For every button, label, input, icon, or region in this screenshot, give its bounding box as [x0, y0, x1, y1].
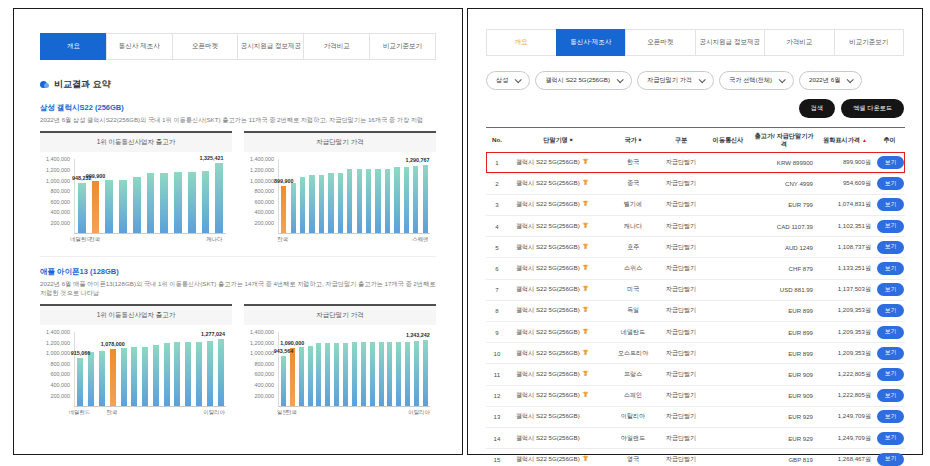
chart-title: 1위 이동통신사업자 출고가	[40, 131, 232, 152]
view-button[interactable]: 보기	[877, 326, 904, 339]
view-button[interactable]: 보기	[877, 220, 904, 233]
left-tab-5[interactable]: 가격비교	[303, 33, 370, 60]
bar	[281, 356, 286, 406]
bar-chart-iphone13-unlocked: 200,000400,000600,000800,0001,000,0001,2…	[244, 325, 436, 417]
country: 프랑스	[608, 364, 658, 385]
bar	[142, 347, 148, 407]
column-header-3[interactable]: 국가■	[608, 128, 658, 153]
trophy-icon	[582, 243, 589, 250]
carrier	[704, 216, 752, 237]
bar-column	[364, 159, 373, 233]
category-text: 자급단말기	[666, 434, 696, 441]
view-button[interactable]: 보기	[877, 347, 904, 360]
bar-column	[185, 159, 199, 233]
left-tab-6[interactable]: 비교기준보기	[369, 33, 436, 60]
bar-chart-s22-carrier: 200,000400,000600,000800,0001,000,0001,2…	[40, 152, 232, 244]
excel-download-button[interactable]: 엑셀 다운로드	[841, 99, 904, 118]
view-button[interactable]: 보기	[877, 389, 904, 402]
local-price-text: USD 881.99	[780, 286, 813, 293]
filter-dropdown-2[interactable]: 갤럭시 S22 5G(256GB)	[535, 71, 632, 90]
krw-price: 1,209,353원	[816, 343, 874, 364]
section-title: 삼성 갤럭시S22 (256GB)	[40, 103, 436, 113]
y-axis-tick: 200,000	[51, 393, 71, 399]
device-name-text: 갤럭시 S22 5G(256GB)	[516, 158, 580, 165]
krw-price-text: 1,268,467원	[838, 455, 871, 462]
country: 스위스	[608, 258, 658, 279]
plot-area: 948,232999,9001,325,421	[74, 159, 226, 234]
view-button[interactable]: 보기	[877, 410, 904, 423]
filter-square-icon[interactable]: ■	[570, 137, 573, 142]
right-tab-6[interactable]: 비교기준보기	[834, 29, 905, 56]
sort-ascending-icon[interactable]: ▲	[862, 137, 867, 143]
view-button[interactable]: 보기	[877, 283, 904, 296]
category-text: 자급단말기	[666, 370, 696, 377]
view-button[interactable]: 보기	[877, 453, 904, 466]
view-button[interactable]: 보기	[877, 262, 904, 275]
filter-square-icon[interactable]: ■	[639, 137, 642, 142]
search-button[interactable]: 검색	[799, 99, 835, 118]
carrier	[704, 152, 752, 173]
right-tab-2[interactable]: 통신사·제조사	[556, 29, 627, 56]
bar-column	[377, 332, 386, 406]
filter-dropdown-5[interactable]: 2022년 6월	[799, 71, 862, 90]
right-tab-1[interactable]: 개요	[486, 29, 557, 56]
column-header-7[interactable]: 원화표시가격▲	[816, 128, 874, 153]
y-axis-tick: 600,000	[255, 371, 275, 377]
category: 자급단말기	[658, 300, 704, 321]
filter-value: 갤럭시 S22 5G(256GB)	[545, 76, 610, 85]
right-tab-3[interactable]: 오픈마켓	[625, 29, 696, 56]
country-text: 스위스	[624, 264, 642, 271]
view-button[interactable]: 보기	[877, 156, 904, 169]
view-button[interactable]: 보기	[877, 241, 904, 254]
category: 자급단말기	[658, 385, 704, 406]
x-axis-label: 스웨덴	[412, 236, 428, 243]
carrier	[704, 385, 752, 406]
plot-area: 943,5641,090,0001,243,242	[278, 332, 430, 407]
local-price: EUR 929	[752, 427, 816, 448]
left-tab-2[interactable]: 통신사 제조사	[106, 33, 173, 60]
bar-korea-highlight	[92, 181, 100, 234]
column-header-2[interactable]: 단말기명■	[508, 128, 608, 153]
country-text: 영국	[627, 455, 639, 462]
device-name: 갤럭시 S22 5G(256GB)	[508, 343, 608, 364]
bar	[99, 351, 105, 406]
view-button[interactable]: 보기	[877, 432, 904, 445]
krw-price: 1,074,831원	[816, 194, 874, 215]
bar	[316, 343, 321, 406]
view-button[interactable]: 보기	[877, 177, 904, 190]
bar	[299, 347, 304, 406]
country: 독일	[608, 300, 658, 321]
row-number: 12	[486, 385, 508, 406]
bar-column	[102, 159, 116, 233]
right-tab-5[interactable]: 가격비교	[764, 29, 835, 56]
y-axis: 200,000400,000600,000800,0001,000,0001,2…	[42, 159, 74, 233]
right-tab-4[interactable]: 공시지원금 정보제공	[695, 29, 766, 56]
column-label: 구분	[675, 136, 687, 143]
y-axis-tick: 1,400,000	[46, 156, 70, 162]
y-axis-tick: 600,000	[255, 199, 275, 205]
local-price-text: KRW 899900	[777, 159, 813, 166]
filter-value: 2022년 6월	[809, 76, 840, 85]
y-axis: 200,000400,000600,000800,0001,000,0001,2…	[42, 332, 74, 406]
left-tab-3[interactable]: 오픈마켓	[172, 33, 239, 60]
chevron-down-icon	[515, 76, 522, 83]
view-button[interactable]: 보기	[877, 368, 904, 381]
category-text: 자급단말기	[666, 243, 696, 250]
y-axis-tick: 1,000,000	[250, 178, 274, 184]
bar-chart-s22-unlocked: 200,000400,000600,000800,0001,000,0001,2…	[244, 152, 436, 244]
local-price: EUR 899	[752, 322, 816, 343]
local-price: EUR 929	[752, 406, 816, 427]
category-text: 자급단말기	[666, 306, 696, 313]
filter-dropdown-4[interactable]: 국가 선택(전체)	[719, 71, 794, 90]
filter-dropdown-1[interactable]: 삼성	[486, 71, 530, 90]
row-number: 15	[486, 449, 508, 466]
section-iphone-13: 애플 아이폰13 (128GB) 2022년 6월 애플 아이폰13(128GB…	[40, 256, 436, 417]
filter-dropdown-3[interactable]: 자급단말기 가격	[637, 71, 714, 90]
view-button[interactable]: 보기	[877, 304, 904, 317]
left-tab-1[interactable]: 개요	[40, 33, 107, 60]
bar-column	[403, 332, 412, 406]
krw-price: 1,102,351원	[816, 216, 874, 237]
view-button[interactable]: 보기	[877, 198, 904, 211]
left-tab-4[interactable]: 공시지원금 정보제공	[237, 33, 304, 60]
bar	[291, 183, 296, 233]
